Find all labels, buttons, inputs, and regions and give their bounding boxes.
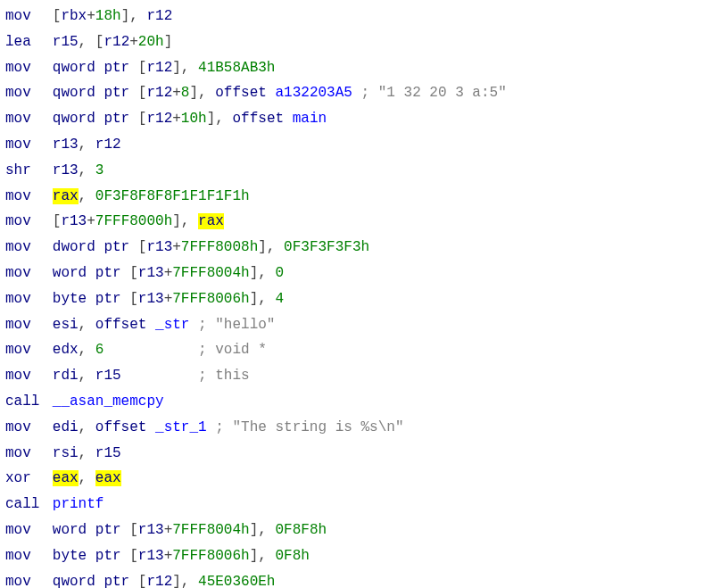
token-punct: + bbox=[172, 239, 181, 255]
asm-line[interactable]: movrdi, r15 ; this bbox=[5, 363, 707, 389]
token-reg: r13 bbox=[61, 213, 87, 229]
token-punct: , bbox=[79, 470, 95, 486]
token-punct: + bbox=[164, 265, 173, 281]
token-txt bbox=[121, 368, 198, 384]
token-reg: r13 bbox=[53, 162, 79, 178]
asm-line[interactable]: movword ptr [r13+7FFF8004h], 0F8F8h bbox=[5, 518, 707, 543]
token-cmt: ; "1 32 20 3 a:5" bbox=[361, 85, 507, 101]
mnemonic: mov bbox=[5, 184, 53, 210]
token-reg: r12 bbox=[103, 34, 129, 50]
token-txt bbox=[284, 111, 293, 127]
asm-line[interactable]: call__asan_memcpy bbox=[5, 389, 707, 415]
operands: word ptr [r13+7FFF8004h], 0F8F8h bbox=[53, 522, 327, 538]
token-num: 3 bbox=[95, 162, 104, 178]
asm-line[interactable]: movrsi, r15 bbox=[5, 441, 707, 467]
token-txt bbox=[146, 317, 155, 333]
token-hl: rax bbox=[198, 213, 224, 229]
token-num: 7FFF8006h bbox=[172, 291, 249, 307]
token-reg: r13 bbox=[138, 548, 164, 564]
asm-line[interactable]: movr13, r12 bbox=[5, 132, 707, 158]
asm-line[interactable]: movword ptr [r13+7FFF8004h], 0 bbox=[5, 261, 707, 286]
token-punct: + bbox=[129, 34, 138, 50]
operands: esi, offset _str ; "hello" bbox=[53, 317, 276, 333]
asm-line[interactable]: movqword ptr [r12+8], offset a132203A5 ;… bbox=[5, 80, 707, 106]
token-punct: [ bbox=[129, 574, 146, 588]
token-num: 0F8h bbox=[275, 548, 309, 564]
asm-line[interactable]: movdword ptr [r13+7FFF8008h], 0F3F3F3F3h bbox=[5, 235, 707, 261]
token-sym: main bbox=[293, 111, 327, 127]
token-punct: ], bbox=[172, 213, 198, 229]
token-punct: , bbox=[79, 188, 95, 204]
token-reg: edx bbox=[53, 342, 79, 358]
token-punct: , bbox=[79, 419, 95, 435]
operands: word ptr [r13+7FFF8004h], 0 bbox=[53, 265, 284, 281]
token-punct: + bbox=[164, 522, 173, 538]
token-hl: eax bbox=[95, 470, 121, 486]
token-kw: byte ptr bbox=[53, 548, 121, 564]
token-punct: [ bbox=[121, 265, 138, 281]
token-num: 0 bbox=[275, 265, 284, 281]
token-num: 10h bbox=[181, 111, 207, 127]
token-reg: r13 bbox=[146, 239, 172, 255]
asm-line[interactable]: mov[r13+7FFF8000h], rax bbox=[5, 209, 707, 235]
token-punct: + bbox=[172, 111, 181, 127]
token-num: 6 bbox=[95, 342, 104, 358]
asm-line[interactable]: callprintf bbox=[5, 492, 707, 518]
token-txt bbox=[146, 419, 155, 435]
token-reg: rbx bbox=[61, 8, 87, 24]
token-punct: [ bbox=[121, 548, 138, 564]
token-punct: + bbox=[164, 548, 173, 564]
asm-line[interactable]: lear15, [r12+20h] bbox=[5, 29, 707, 55]
token-punct: [ bbox=[53, 8, 62, 24]
asm-line[interactable]: movqword ptr [r12], 41B58AB3h bbox=[5, 55, 707, 81]
token-reg: esi bbox=[53, 317, 79, 333]
token-kw: word ptr bbox=[53, 265, 121, 281]
operands: [rbx+18h], r12 bbox=[53, 8, 172, 24]
asm-line[interactable]: movrax, 0F3F8F8F8F1F1F1F1h bbox=[5, 184, 707, 210]
token-sym: __asan_memcpy bbox=[53, 393, 164, 410]
asm-line[interactable]: movqword ptr [r12+10h], offset main bbox=[5, 106, 707, 132]
mnemonic: mov bbox=[5, 286, 53, 312]
token-punct: [ bbox=[129, 60, 146, 76]
mnemonic: mov bbox=[5, 363, 53, 389]
asm-line[interactable]: movbyte ptr [r13+7FFF8006h], 0F8h bbox=[5, 543, 707, 569]
token-num: 0F3F8F8F8F1F1F1F1h bbox=[95, 188, 250, 204]
asm-line[interactable]: movedx, 6 ; void * bbox=[5, 337, 707, 363]
asm-line[interactable]: movqword ptr [r12], 45E0360Eh bbox=[5, 569, 707, 588]
token-kw: offset bbox=[232, 111, 284, 127]
operands: edx, 6 ; void * bbox=[53, 342, 267, 358]
asm-line[interactable]: shrr13, 3 bbox=[5, 158, 707, 184]
asm-line[interactable]: movedi, offset _str_1 ; "The string is %… bbox=[5, 415, 707, 441]
mnemonic: lea bbox=[5, 29, 53, 55]
asm-line[interactable]: movesi, offset _str ; "hello" bbox=[5, 312, 707, 338]
mnemonic: mov bbox=[5, 106, 53, 132]
token-reg: r13 bbox=[138, 265, 164, 281]
mnemonic: mov bbox=[5, 543, 53, 569]
token-punct: ], bbox=[250, 291, 276, 307]
operands: printf bbox=[53, 496, 104, 512]
token-kw: byte ptr bbox=[53, 291, 121, 307]
token-reg: r12 bbox=[146, 111, 172, 127]
mnemonic: mov bbox=[5, 569, 53, 588]
token-reg: edi bbox=[53, 419, 79, 435]
token-num: 7FFF8008h bbox=[181, 239, 258, 255]
token-cmt: ; void * bbox=[198, 342, 267, 358]
operands: qword ptr [r12], 45E0360Eh bbox=[53, 574, 276, 588]
token-cmt: ; "hello" bbox=[198, 317, 275, 333]
token-num: 7FFF8006h bbox=[172, 548, 249, 564]
operands: qword ptr [r12+10h], offset main bbox=[53, 111, 327, 127]
mnemonic: mov bbox=[5, 80, 53, 106]
token-reg: r12 bbox=[146, 85, 172, 101]
token-punct: + bbox=[87, 8, 95, 24]
asm-line[interactable]: mov[rbx+18h], r12 bbox=[5, 4, 707, 29]
token-punct: ], bbox=[250, 522, 276, 538]
operands: rax, 0F3F8F8F8F1F1F1F1h bbox=[53, 188, 250, 204]
operands: edi, offset _str_1 ; "The string is %s\n… bbox=[53, 419, 404, 435]
asm-line[interactable]: movbyte ptr [r13+7FFF8006h], 4 bbox=[5, 286, 707, 312]
token-punct: ], bbox=[207, 111, 233, 127]
token-punct: , bbox=[79, 342, 95, 358]
token-punct: ] bbox=[164, 34, 173, 50]
asm-line[interactable]: xoreax, eax bbox=[5, 466, 707, 492]
token-reg: rsi bbox=[53, 445, 79, 461]
token-sym: _str bbox=[155, 317, 189, 333]
